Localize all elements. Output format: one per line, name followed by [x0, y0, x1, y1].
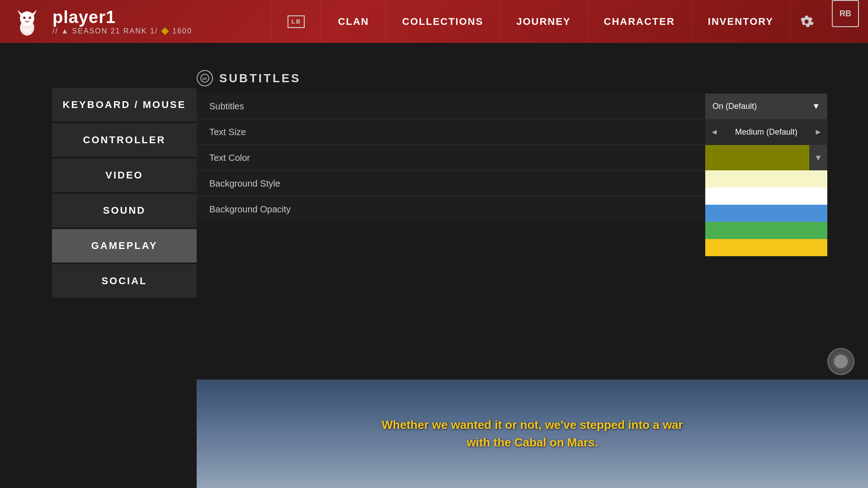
keyboard-mouse-label: KEYBOARD / MOUSE — [63, 99, 186, 110]
svg-point-4 — [23, 16, 25, 19]
svg-point-5 — [29, 16, 31, 19]
text-color-control: ▼ — [705, 145, 827, 170]
subtitles-icon — [197, 70, 213, 86]
rb-label: RB — [840, 9, 851, 19]
background-opacity-label: Background Opacity — [197, 204, 705, 215]
sidebar-item-gameplay[interactable]: GAMEPLAY — [52, 229, 197, 263]
preview-line2: with the Cabal on Mars. — [382, 434, 683, 451]
top-navigation: player1 // ▲ SEASON 21 RANK 1/ 1600 LB C… — [0, 0, 868, 43]
preview-subtitle-text: Whether we wanted it or not, we've stepp… — [382, 416, 683, 451]
player-info-area: player1 // ▲ SEASON 21 RANK 1/ 1600 — [9, 4, 192, 40]
svg-point-1 — [20, 11, 34, 26]
player-subtitle: // ▲ SEASON 21 RANK 1/ 1600 — [52, 27, 192, 35]
preview-line1: Whether we wanted it or not, we've stepp… — [382, 416, 683, 434]
subtitles-row-label: Subtitles — [197, 101, 705, 112]
sidebar-item-keyboard-mouse[interactable]: KEYBOARD / MOUSE — [52, 88, 197, 122]
settings-button[interactable] — [790, 0, 823, 43]
social-label: SOCIAL — [101, 275, 147, 286]
subtitles-title: SUBTITLES — [219, 71, 301, 85]
video-label: VIDEO — [105, 169, 143, 181]
subtitles-settings-table: Subtitles On (Default) ▼ Text Size ◄ Med… — [197, 94, 827, 222]
nav-journey-link[interactable]: JOURNEY — [500, 0, 587, 43]
sidebar-item-video[interactable]: VIDEO — [52, 159, 197, 192]
sidebar-item-controller[interactable]: CONTROLLER — [52, 123, 197, 157]
text-size-prev-button[interactable]: ◄ — [705, 119, 723, 145]
inventory-label: INVENTORY — [708, 16, 774, 28]
text-color-dropdown-arrow[interactable]: ▼ — [809, 145, 827, 170]
sound-label: SOUND — [103, 205, 146, 216]
nav-clan-link[interactable]: CLAN — [321, 0, 385, 43]
subtitles-icon-svg — [200, 73, 210, 83]
color-option-white[interactable] — [705, 188, 827, 205]
sidebar-item-sound[interactable]: SOUND — [52, 194, 197, 227]
nav-character-link[interactable]: CHARACTER — [587, 0, 691, 43]
text-color-dropdown — [705, 170, 827, 256]
gear-icon — [799, 14, 814, 29]
subtitles-dropdown[interactable]: On (Default) ▼ — [705, 94, 827, 119]
sidebar: KEYBOARD / MOUSE CONTROLLER VIDEO SOUND … — [52, 43, 197, 298]
nav-collections-link[interactable]: COLLECTIONS — [386, 0, 500, 43]
sidebar-item-social[interactable]: SOCIAL — [52, 264, 197, 298]
color-option-green[interactable] — [705, 222, 827, 239]
season-info: // ▲ SEASON 21 RANK 1/ — [52, 27, 158, 35]
text-color-label: Text Color — [197, 153, 705, 163]
game-logo — [9, 4, 45, 40]
text-color-swatch-button[interactable]: ▼ — [705, 145, 827, 170]
subtitles-row: Subtitles On (Default) ▼ — [197, 94, 827, 119]
scroll-inner-circle — [834, 355, 848, 368]
lb-icon: LB — [288, 15, 305, 28]
subtitles-control: On (Default) ▼ — [705, 94, 827, 119]
color-option-blue[interactable] — [705, 205, 827, 222]
controller-label: CONTROLLER — [83, 134, 166, 145]
text-size-value: Medium (Default) — [735, 127, 797, 137]
subtitle-preview-area: Whether we wanted it or not, we've stepp… — [197, 380, 868, 488]
nav-links-container: LB CLAN COLLECTIONS JOURNEY CHARACTER IN… — [271, 0, 868, 43]
text-color-swatch — [705, 145, 809, 170]
collections-label: COLLECTIONS — [402, 16, 484, 28]
text-size-label: Text Size — [197, 127, 705, 137]
nav-lb-button[interactable]: LB — [271, 0, 321, 43]
rb-button[interactable]: RB — [832, 0, 859, 27]
logo-icon — [11, 6, 43, 38]
color-option-yellow[interactable] — [705, 239, 827, 256]
text-size-control: ◄ Medium (Default) ► — [705, 119, 827, 145]
journey-label: JOURNEY — [516, 16, 571, 28]
rank-value: 1600 — [172, 27, 192, 35]
clan-label: CLAN — [338, 16, 369, 28]
background-style-label: Background Style — [197, 178, 705, 189]
nav-inventory-link[interactable]: INVENTORY — [691, 0, 790, 43]
lb-label: LB — [292, 18, 301, 25]
subtitles-dropdown-value: On (Default) — [712, 102, 757, 111]
gameplay-label: GAMEPLAY — [91, 240, 158, 251]
color-option-cream[interactable] — [705, 170, 827, 188]
text-size-next-button[interactable]: ► — [809, 119, 827, 145]
subtitles-dropdown-arrow: ▼ — [812, 102, 820, 111]
diamond-icon — [161, 28, 169, 35]
player-name: player1 — [52, 8, 192, 27]
player-details: player1 // ▲ SEASON 21 RANK 1/ 1600 — [52, 8, 192, 35]
scroll-indicator[interactable] — [827, 348, 854, 375]
subtitles-section-header: SUBTITLES — [197, 70, 827, 86]
text-size-row: Text Size ◄ Medium (Default) ► — [197, 119, 827, 145]
text-size-stepper: ◄ Medium (Default) ► — [705, 119, 827, 145]
character-label: CHARACTER — [604, 16, 675, 28]
text-color-row: Text Color ▼ — [197, 145, 827, 171]
